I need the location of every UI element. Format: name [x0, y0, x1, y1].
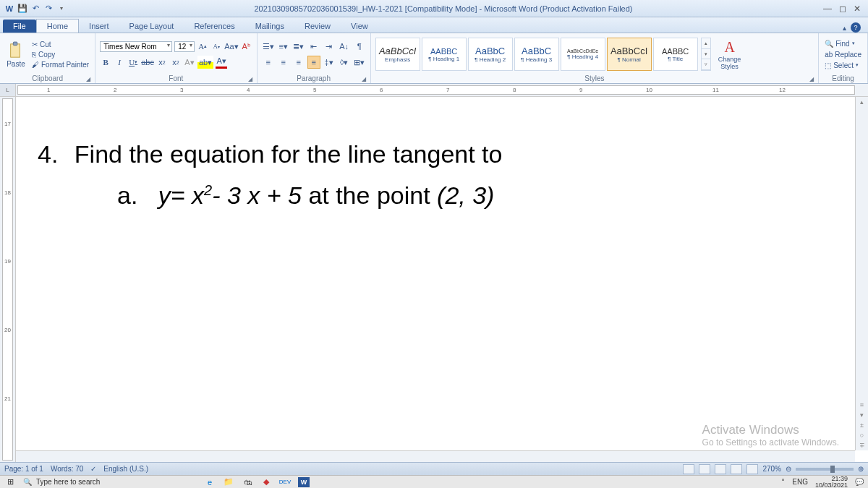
draft-view[interactable]: [746, 464, 758, 474]
align-right-button[interactable]: ≡: [292, 56, 305, 69]
style---normal[interactable]: AaBbCcI¶ Normal: [607, 38, 652, 71]
tab-mailings[interactable]: Mailings: [245, 20, 294, 33]
font-size-combo[interactable]: 12: [174, 41, 195, 52]
multilevel-button[interactable]: ≣▾: [292, 40, 305, 53]
tray-language[interactable]: ENG: [792, 478, 808, 486]
undo-icon[interactable]: ↶: [30, 4, 41, 14]
paste-button[interactable]: Paste: [4, 41, 27, 68]
zoom-level[interactable]: 270%: [762, 465, 781, 473]
select-button[interactable]: ⬚Select▾: [823, 61, 863, 70]
tray-clock[interactable]: 21:39 10/03/2021: [815, 476, 848, 489]
change-styles-button[interactable]: A Change Styles: [714, 39, 746, 70]
text-effects-button[interactable]: A▾: [184, 56, 195, 69]
start-button[interactable]: ⊞: [4, 477, 16, 487]
clipboard-dialog-icon[interactable]: ◢: [86, 76, 90, 82]
grow-font-button[interactable]: A▴: [197, 40, 208, 53]
app-icon[interactable]: ◆: [260, 477, 272, 487]
save-icon[interactable]: 💾: [17, 4, 27, 14]
styles-scroll[interactable]: ▴▾▿: [701, 38, 711, 71]
print-layout-view[interactable]: [683, 464, 694, 474]
dev-icon[interactable]: DEV: [279, 477, 291, 487]
tab-page-layout[interactable]: Page Layout: [119, 20, 184, 33]
page-indicator[interactable]: Page: 1 of 1: [4, 465, 43, 473]
language-indicator[interactable]: English (U.S.): [103, 465, 148, 473]
bold-button[interactable]: B: [100, 56, 111, 69]
style-emphasis[interactable]: AaBbCcIEmphasis: [375, 38, 420, 71]
font-family-combo[interactable]: Times New Rom: [100, 41, 172, 52]
copy-button[interactable]: ⎘Copy: [30, 50, 90, 59]
styles-dialog-icon[interactable]: ◢: [809, 76, 814, 82]
borders-button[interactable]: ⊞▾: [353, 56, 366, 69]
word-taskbar-icon[interactable]: W: [298, 477, 310, 487]
style---heading-2[interactable]: AaBbC¶ Heading 2: [468, 38, 513, 71]
document-page[interactable]: 4. Find the equation for the line tangen…: [16, 97, 868, 462]
style---title[interactable]: AABBC¶ Title: [653, 38, 698, 71]
vertical-ruler[interactable]: 1718192021: [0, 97, 16, 462]
subscript-button[interactable]: x2: [156, 56, 168, 69]
outline-view[interactable]: [731, 464, 742, 474]
align-center-button[interactable]: ≡: [277, 56, 290, 69]
cut-button[interactable]: ✂Cut: [30, 40, 90, 49]
edge-icon[interactable]: e: [204, 477, 216, 487]
tray-chevron-icon[interactable]: ˄: [781, 478, 785, 486]
shrink-font-button[interactable]: A▾: [210, 40, 222, 53]
redo-icon[interactable]: ↷: [43, 4, 54, 14]
style---heading-3[interactable]: AaBbC¶ Heading 3: [514, 38, 559, 71]
decrease-indent-button[interactable]: ⇤: [307, 40, 320, 53]
close-button[interactable]: ✕: [854, 4, 861, 14]
minimize-button[interactable]: —: [823, 4, 832, 14]
format-painter-button[interactable]: 🖌Format Painter: [30, 60, 90, 69]
underline-button[interactable]: U▾: [127, 56, 139, 69]
ruler-corner[interactable]: L: [0, 84, 16, 96]
web-layout-view[interactable]: [715, 464, 726, 474]
clear-formatting-button[interactable]: Aᵇ: [241, 40, 252, 53]
superscript-button[interactable]: x2: [170, 56, 182, 69]
horizontal-ruler[interactable]: L 123456789101112: [0, 84, 868, 97]
find-button[interactable]: 🔍Find▾: [823, 39, 863, 48]
justify-button[interactable]: ≡: [307, 56, 320, 69]
qat-more-icon[interactable]: ▾: [56, 4, 67, 14]
group-styles: AaBbCcIEmphasisAABBC¶ Heading 1AaBbC¶ He…: [371, 33, 820, 83]
store-icon[interactable]: 🛍: [242, 477, 253, 487]
sort-button[interactable]: A↓: [338, 40, 351, 53]
tab-file[interactable]: File: [3, 20, 36, 33]
styles-gallery[interactable]: AaBbCcIEmphasisAABBC¶ Heading 1AaBbC¶ He…: [375, 38, 698, 71]
style---heading-1[interactable]: AABBC¶ Heading 1: [422, 38, 467, 71]
font-dialog-icon[interactable]: ◢: [248, 76, 252, 82]
numbering-button[interactable]: ≡▾: [277, 40, 290, 53]
font-color-button[interactable]: A▾: [216, 56, 227, 69]
zoom-in-button[interactable]: ⊕: [858, 465, 864, 473]
zoom-out-button[interactable]: ⊖: [786, 465, 791, 473]
tab-view[interactable]: View: [341, 20, 378, 33]
vertical-scrollbar[interactable]: ▴≡▾±○∓: [855, 97, 868, 450]
horizontal-scrollbar[interactable]: [16, 450, 855, 462]
bullets-button[interactable]: ☰▾: [262, 40, 275, 53]
tab-home[interactable]: Home: [36, 19, 79, 33]
italic-button[interactable]: I: [114, 56, 125, 69]
show-marks-button[interactable]: ¶: [353, 40, 366, 53]
strikethrough-button[interactable]: abc: [141, 56, 154, 69]
align-left-button[interactable]: ≡: [262, 56, 275, 69]
paragraph-dialog-icon[interactable]: ◢: [362, 76, 366, 82]
replace-button[interactable]: abReplace: [823, 50, 863, 59]
increase-indent-button[interactable]: ⇥: [323, 40, 336, 53]
maximize-button[interactable]: ◻: [839, 4, 846, 14]
word-count[interactable]: Words: 70: [51, 465, 83, 473]
help-icon[interactable]: ?: [851, 22, 861, 33]
full-screen-view[interactable]: [699, 464, 710, 474]
minimize-ribbon-icon[interactable]: ▴: [843, 24, 846, 32]
spell-check-icon[interactable]: ✓: [90, 465, 96, 473]
change-styles-icon: A: [724, 39, 734, 56]
highlight-button[interactable]: ab▾: [197, 56, 213, 69]
tab-review[interactable]: Review: [294, 20, 341, 33]
shading-button[interactable]: ◊▾: [338, 56, 351, 69]
line-spacing-button[interactable]: ‡▾: [323, 56, 336, 69]
style---heading-4[interactable]: AaBbCcDdEe¶ Heading 4: [561, 38, 605, 71]
tab-references[interactable]: References: [184, 20, 244, 33]
zoom-slider[interactable]: [796, 468, 854, 471]
notifications-icon[interactable]: 💬: [855, 478, 864, 486]
explorer-icon[interactable]: 📁: [223, 477, 234, 487]
taskbar-search[interactable]: 🔍Type here to search: [23, 478, 197, 486]
change-case-button[interactable]: Aa▾: [224, 40, 238, 53]
tab-insert[interactable]: Insert: [79, 20, 119, 33]
